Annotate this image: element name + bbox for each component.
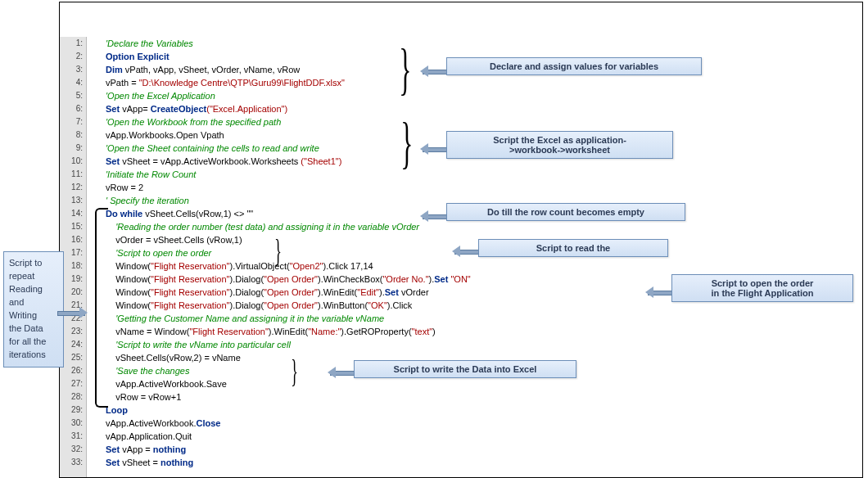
- code-line: vOrder = vSheet.Cells (vRow,1): [89, 233, 862, 246]
- code-line: vApp.ActiveWorkbook.Close: [89, 417, 862, 430]
- arrow-right-icon: [57, 307, 93, 318]
- code-line: Set vApp= CreateObject("Excel.Applicatio…: [89, 102, 862, 115]
- arrow-left-icon: [640, 286, 672, 298]
- arrow-left-icon: [322, 367, 355, 378]
- callout-declare: Declare and assign values for variables: [446, 57, 702, 75]
- code-lines: 'Declare the Variables Option Explicit D…: [89, 37, 862, 477]
- code-editor: 1:2:3:4:5: 6:7:8:9:10: 11:12:13:14:15: 1…: [60, 37, 862, 477]
- code-line: vRow = 2: [89, 181, 862, 194]
- code-line: Set vSheet = nothing: [89, 456, 862, 469]
- code-line: vApp.Application.Quit: [89, 430, 862, 443]
- arrow-left-icon: [446, 246, 479, 257]
- code-line: 'Initiate the Row Count: [89, 168, 862, 181]
- callout-open-order: Script to open the orderin the Flight Ap…: [671, 274, 853, 302]
- arrow-left-icon: [414, 65, 447, 77]
- arrow-left-icon: [414, 210, 447, 222]
- code-line: Window("Flight Reservation").VirtualObje…: [89, 259, 862, 273]
- code-line: vApp.ActiveWorkbook.Save: [89, 377, 862, 390]
- arrow-left-icon: [414, 143, 447, 155]
- callout-do-while: Do till the row count becomes empty: [446, 203, 685, 221]
- brace-loop-icon: [95, 208, 108, 408]
- callout-read: Script to read the: [478, 239, 668, 257]
- callout-loop-iterations: Script to repeat Reading and Writing the…: [3, 251, 64, 368]
- code-line: 'Script to write the vName into particul…: [89, 338, 862, 351]
- code-line: 'Reading the order number (test data) an…: [89, 220, 862, 233]
- code-line: 'Open the Excel Application: [89, 89, 862, 102]
- code-line: vName = Window("Flight Reservation").Win…: [89, 325, 862, 338]
- code-line: vPath = "D:\Knowledge Centre\QTP\Guru99\…: [89, 76, 862, 89]
- callout-excel-chain: Script the Excel as application->workboo…: [446, 131, 673, 159]
- callout-write-excel: Script to write the Data into Excel: [354, 360, 576, 378]
- code-line: Loop: [89, 404, 862, 417]
- brace-icon: }: [291, 355, 298, 388]
- brace-icon: }: [400, 115, 413, 172]
- code-line: 'Open the Workbook from the specified pa…: [89, 115, 862, 129]
- brace-icon: }: [399, 41, 411, 98]
- code-line: 'Declare the Variables: [89, 37, 862, 50]
- brace-icon: }: [274, 235, 282, 268]
- code-line: Set vApp = nothing: [89, 443, 862, 456]
- code-line: 'Getting the Customer Name and assigning…: [89, 312, 862, 325]
- code-line: vRow = vRow+1: [89, 390, 862, 404]
